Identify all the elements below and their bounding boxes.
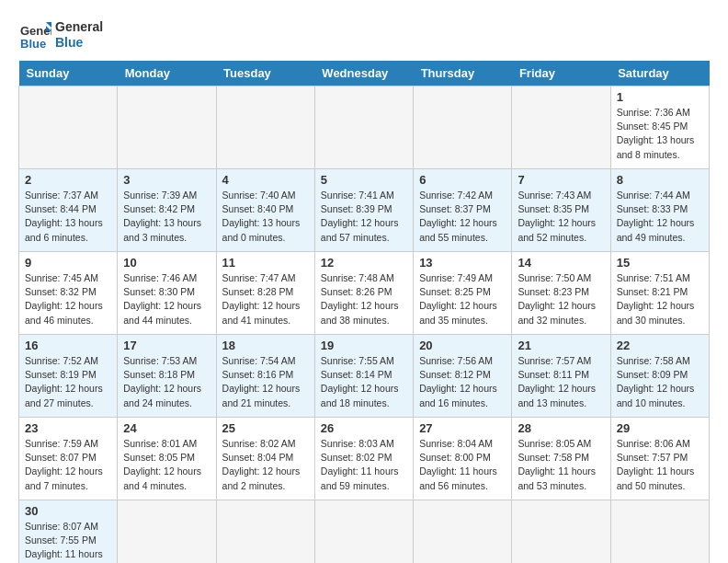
calendar-cell — [512, 500, 610, 564]
day-info: Sunrise: 7:42 AMSunset: 8:37 PMDaylight:… — [419, 189, 506, 245]
calendar-cell: 20Sunrise: 7:56 AMSunset: 8:12 PMDayligh… — [414, 335, 512, 418]
day-number: 10 — [123, 256, 210, 270]
calendar-cell: 1Sunrise: 7:36 AMSunset: 8:45 PMDaylight… — [610, 86, 709, 169]
day-number: 13 — [419, 256, 506, 270]
header-wednesday: Wednesday — [314, 61, 413, 86]
calendar-cell — [512, 86, 610, 169]
calendar-cell: 26Sunrise: 8:03 AMSunset: 8:02 PMDayligh… — [314, 418, 413, 500]
day-number: 2 — [25, 173, 111, 187]
header-thursday: Thursday — [414, 61, 512, 86]
day-number: 11 — [222, 256, 309, 270]
calendar-cell: 8Sunrise: 7:44 AMSunset: 8:33 PMDaylight… — [610, 169, 709, 252]
day-info: Sunrise: 8:07 AMSunset: 7:55 PMDaylight:… — [25, 520, 111, 563]
calendar-cell: 19Sunrise: 7:55 AMSunset: 8:14 PMDayligh… — [314, 335, 413, 418]
calendar-cell — [216, 86, 314, 169]
calendar-table: SundayMondayTuesdayWednesdayThursdayFrid… — [18, 61, 710, 563]
day-info: Sunrise: 7:36 AMSunset: 8:45 PMDaylight:… — [617, 106, 703, 162]
day-number: 1 — [617, 90, 703, 104]
calendar-cell: 15Sunrise: 7:51 AMSunset: 8:21 PMDayligh… — [610, 252, 709, 335]
day-number: 19 — [321, 339, 407, 352]
day-info: Sunrise: 7:46 AMSunset: 8:30 PMDaylight:… — [123, 271, 210, 327]
calendar-cell: 18Sunrise: 7:54 AMSunset: 8:16 PMDayligh… — [216, 335, 314, 418]
day-number: 14 — [518, 256, 604, 270]
day-number: 12 — [321, 256, 407, 270]
calendar-cell: 3Sunrise: 7:39 AMSunset: 8:42 PMDaylight… — [118, 169, 216, 252]
day-info: Sunrise: 7:44 AMSunset: 8:33 PMDaylight:… — [617, 189, 703, 245]
day-info: Sunrise: 7:55 AMSunset: 8:14 PMDaylight:… — [321, 354, 407, 410]
week-row-2: 2Sunrise: 7:37 AMSunset: 8:44 PMDaylight… — [19, 169, 710, 252]
calendar-cell: 16Sunrise: 7:52 AMSunset: 8:19 PMDayligh… — [19, 335, 118, 418]
day-info: Sunrise: 7:39 AMSunset: 8:42 PMDaylight:… — [123, 189, 210, 245]
calendar-cell — [118, 86, 216, 169]
day-info: Sunrise: 7:45 AMSunset: 8:32 PMDaylight:… — [25, 271, 111, 327]
day-number: 22 — [617, 339, 703, 352]
day-info: Sunrise: 7:58 AMSunset: 8:09 PMDaylight:… — [617, 354, 703, 410]
calendar-cell: 28Sunrise: 8:05 AMSunset: 7:58 PMDayligh… — [512, 418, 610, 500]
calendar-cell: 11Sunrise: 7:47 AMSunset: 8:28 PMDayligh… — [216, 252, 314, 335]
header-sunday: Sunday — [19, 61, 118, 86]
day-number: 21 — [518, 339, 604, 352]
day-number: 25 — [222, 421, 309, 435]
calendar-cell — [414, 500, 512, 564]
calendar-cell: 27Sunrise: 8:04 AMSunset: 8:00 PMDayligh… — [414, 418, 512, 500]
day-number: 28 — [518, 421, 604, 435]
calendar-cell: 22Sunrise: 7:58 AMSunset: 8:09 PMDayligh… — [610, 335, 709, 418]
day-info: Sunrise: 7:47 AMSunset: 8:28 PMDaylight:… — [222, 271, 309, 327]
calendar-cell: 17Sunrise: 7:53 AMSunset: 8:18 PMDayligh… — [118, 335, 216, 418]
logo-blue: Blue — [55, 35, 83, 50]
day-info: Sunrise: 8:01 AMSunset: 8:05 PMDaylight:… — [123, 437, 210, 493]
week-row-3: 9Sunrise: 7:45 AMSunset: 8:32 PMDaylight… — [19, 252, 710, 335]
day-info: Sunrise: 7:41 AMSunset: 8:39 PMDaylight:… — [321, 189, 407, 245]
day-number: 9 — [25, 256, 111, 270]
calendar-cell: 5Sunrise: 7:41 AMSunset: 8:39 PMDaylight… — [314, 169, 413, 252]
calendar-cell — [216, 500, 314, 564]
week-row-4: 16Sunrise: 7:52 AMSunset: 8:19 PMDayligh… — [19, 335, 710, 418]
day-number: 8 — [617, 173, 703, 187]
day-number: 30 — [25, 504, 111, 518]
calendar-cell — [314, 500, 413, 564]
calendar-cell: 14Sunrise: 7:50 AMSunset: 8:23 PMDayligh… — [512, 252, 610, 335]
day-info: Sunrise: 7:43 AMSunset: 8:35 PMDaylight:… — [518, 189, 604, 245]
day-number: 15 — [617, 256, 703, 270]
calendar-cell: 29Sunrise: 8:06 AMSunset: 7:57 PMDayligh… — [610, 418, 709, 500]
calendar-cell: 9Sunrise: 7:45 AMSunset: 8:32 PMDaylight… — [19, 252, 118, 335]
day-number: 18 — [222, 339, 309, 352]
day-info: Sunrise: 7:40 AMSunset: 8:40 PMDaylight:… — [222, 189, 309, 245]
day-number: 24 — [123, 421, 210, 435]
day-number: 27 — [419, 421, 506, 435]
day-info: Sunrise: 7:50 AMSunset: 8:23 PMDaylight:… — [518, 271, 604, 327]
day-number: 29 — [617, 421, 703, 435]
calendar-cell: 2Sunrise: 7:37 AMSunset: 8:44 PMDaylight… — [19, 169, 118, 252]
day-info: Sunrise: 7:51 AMSunset: 8:21 PMDaylight:… — [617, 271, 703, 327]
calendar-cell — [610, 500, 709, 564]
calendar-cell: 25Sunrise: 8:02 AMSunset: 8:04 PMDayligh… — [216, 418, 314, 500]
calendar-cell: 30Sunrise: 8:07 AMSunset: 7:55 PMDayligh… — [19, 500, 118, 564]
calendar-cell: 13Sunrise: 7:49 AMSunset: 8:25 PMDayligh… — [414, 252, 512, 335]
day-number: 7 — [518, 173, 604, 187]
calendar-cell: 10Sunrise: 7:46 AMSunset: 8:30 PMDayligh… — [118, 252, 216, 335]
page-header: General Blue General Blue — [18, 18, 710, 52]
day-number: 4 — [222, 173, 309, 187]
day-number: 23 — [25, 421, 111, 435]
header-friday: Friday — [512, 61, 610, 86]
day-info: Sunrise: 7:48 AMSunset: 8:26 PMDaylight:… — [321, 271, 407, 327]
day-number: 26 — [321, 421, 407, 435]
calendar-cell: 6Sunrise: 7:42 AMSunset: 8:37 PMDaylight… — [414, 169, 512, 252]
calendar-cell — [19, 86, 118, 169]
day-info: Sunrise: 8:05 AMSunset: 7:58 PMDaylight:… — [518, 437, 604, 493]
day-info: Sunrise: 8:03 AMSunset: 8:02 PMDaylight:… — [321, 437, 407, 493]
day-info: Sunrise: 7:59 AMSunset: 8:07 PMDaylight:… — [25, 437, 111, 493]
week-row-6: 30Sunrise: 8:07 AMSunset: 7:55 PMDayligh… — [19, 500, 710, 564]
header-tuesday: Tuesday — [216, 61, 314, 86]
header-row: SundayMondayTuesdayWednesdayThursdayFrid… — [19, 61, 710, 86]
day-info: Sunrise: 7:57 AMSunset: 8:11 PMDaylight:… — [518, 354, 604, 410]
calendar-cell: 24Sunrise: 8:01 AMSunset: 8:05 PMDayligh… — [118, 418, 216, 500]
logo-icon: General Blue — [18, 18, 51, 52]
day-number: 17 — [123, 339, 210, 352]
day-info: Sunrise: 8:04 AMSunset: 8:00 PMDaylight:… — [419, 437, 506, 493]
day-number: 20 — [419, 339, 506, 352]
day-info: Sunrise: 8:02 AMSunset: 8:04 PMDaylight:… — [222, 437, 309, 493]
day-number: 16 — [25, 339, 111, 352]
day-info: Sunrise: 7:37 AMSunset: 8:44 PMDaylight:… — [25, 189, 111, 245]
day-info: Sunrise: 7:56 AMSunset: 8:12 PMDaylight:… — [419, 354, 506, 410]
